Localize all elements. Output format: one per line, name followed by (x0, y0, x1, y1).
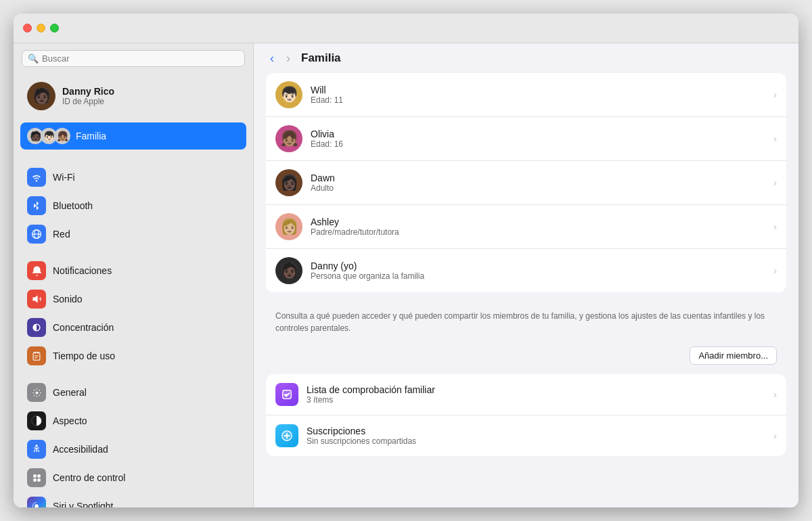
description-text: Consulta a qué pueden acceder y qué pued… (275, 311, 765, 333)
bottom-cards: Lista de comprobación familiar 3 ítems ›… (266, 374, 786, 456)
sidebar: 🔍 🧑🏿 Danny Rico ID de Apple (14, 43, 254, 507)
notif-icon (27, 261, 46, 280)
svg-rect-14 (37, 478, 41, 482)
divider-2 (20, 248, 246, 256)
svg-rect-13 (33, 478, 37, 482)
red-label: Red (53, 229, 70, 240)
sidebar-item-general[interactable]: General (20, 378, 246, 407)
divider-3 (20, 370, 246, 378)
acces-icon (27, 440, 46, 459)
member-info-will: Will Edad: 11 (311, 85, 765, 105)
subs-info: Suscripciones Sin suscripciones comparti… (307, 426, 765, 446)
member-info-ashley: Ashley Padre/madre/tutor/tutora (311, 217, 765, 237)
lista-sub: 3 ítems (307, 395, 765, 405)
conc-label: Concentración (53, 322, 114, 333)
sidebar-item-red[interactable]: Red (20, 220, 246, 248)
svg-point-15 (35, 504, 39, 507)
member-sub-ashley: Padre/madre/tutor/tutora (311, 227, 765, 237)
member-name-olivia: Olivia (311, 129, 765, 139)
tiempo-icon (27, 346, 46, 365)
sidebar-item-wifi[interactable]: Wi-Fi (20, 163, 246, 191)
aspecto-icon (27, 411, 46, 430)
chevron-ashley: › (773, 221, 777, 232)
sidebar-item-accesibilidad[interactable]: Accesibilidad (20, 435, 246, 463)
member-row-dawn[interactable]: 👩🏿 Dawn Adulto › (266, 161, 786, 205)
maximize-button[interactable] (50, 24, 59, 32)
sidebar-item-aspecto[interactable]: Aspecto (20, 407, 246, 435)
subs-icon (275, 424, 298, 447)
tiempo-label: Tiempo de uso (53, 350, 115, 361)
lista-info: Lista de comprobación familiar 3 ítems (307, 384, 765, 405)
sidebar-item-concentracion[interactable]: Concentración (20, 313, 246, 342)
apple-id-item[interactable]: 🧑🏿 Danny Rico ID de Apple (20, 76, 246, 116)
main-window: 🔍 🧑🏿 Danny Rico ID de Apple (14, 14, 798, 507)
traffic-lights (23, 24, 59, 32)
centro-label: Centro de control (53, 472, 125, 483)
chevron-danny: › (773, 265, 777, 276)
member-row-ashley[interactable]: 👩🏼 Ashley Padre/madre/tutor/tutora › (266, 205, 786, 249)
member-name-will: Will (311, 85, 765, 95)
suscripciones-row[interactable]: Suscripciones Sin suscripciones comparti… (266, 415, 786, 456)
content-scroll: 👦🏻 Will Edad: 11 › 👧🏽 Olivia Edad: 16 (254, 73, 798, 507)
members-card: 👦🏻 Will Edad: 11 › 👧🏽 Olivia Edad: 16 (266, 73, 786, 292)
close-button[interactable] (23, 24, 32, 32)
bluetooth-icon (27, 196, 46, 215)
add-member-button[interactable]: Añadir miembro... (690, 346, 777, 365)
search-input[interactable] (42, 53, 239, 64)
member-name-ashley: Ashley (311, 217, 765, 227)
apple-id-subtitle: ID de Apple (62, 97, 114, 106)
member-row-olivia[interactable]: 👧🏽 Olivia Edad: 16 › (266, 117, 786, 161)
svg-rect-3 (33, 353, 40, 360)
svg-rect-12 (37, 474, 41, 478)
member-info-olivia: Olivia Edad: 16 (311, 129, 765, 149)
sidebar-item-sonido[interactable]: Sonido (20, 285, 246, 313)
chevron-dawn: › (773, 177, 777, 188)
member-info-dawn: Dawn Adulto (311, 173, 765, 193)
member-name-dawn: Dawn (311, 173, 765, 183)
lista-title: Lista de comprobación familiar (307, 384, 765, 395)
siri-label: Siri y Spotlight (53, 501, 113, 507)
back-button[interactable]: ‹ (266, 50, 278, 67)
content-area: ‹ › Familia 👦🏻 Will Edad: 11 › (254, 43, 798, 507)
sonido-label: Sonido (53, 294, 83, 304)
lista-icon (275, 383, 298, 406)
chevron-lista: › (773, 389, 777, 400)
forward-button[interactable]: › (282, 50, 294, 67)
acces-label: Accesibilidad (53, 444, 108, 455)
member-info-danny: Danny (yo) Persona que organiza la famil… (311, 260, 765, 281)
lista-row[interactable]: Lista de comprobación familiar 3 ítems › (266, 374, 786, 415)
avatar: 🧑🏿 (27, 82, 55, 110)
sound-icon (27, 290, 46, 309)
bluetooth-label: Bluetooth (53, 200, 93, 211)
main-layout: 🔍 🧑🏿 Danny Rico ID de Apple (14, 43, 798, 507)
subs-title: Suscripciones (307, 426, 765, 436)
sidebar-item-bluetooth[interactable]: Bluetooth (20, 191, 246, 220)
member-row-will[interactable]: 👦🏻 Will Edad: 11 › (266, 73, 786, 117)
general-label: General (53, 387, 87, 398)
aspecto-label: Aspecto (53, 415, 87, 426)
svg-point-8 (35, 391, 38, 394)
apple-id-section: 🧑🏿 Danny Rico ID de Apple (14, 74, 253, 122)
wifi-label: Wi-Fi (53, 172, 75, 183)
sidebar-item-siri[interactable]: Siri y Spotlight (20, 492, 246, 507)
familia-avatars: 🧑🏿 👦🏻 👧🏽 (27, 128, 70, 144)
chevron-will: › (773, 89, 777, 100)
minimize-button[interactable] (37, 24, 45, 32)
sidebar-item-centro[interactable]: Centro de control (20, 463, 246, 492)
avatar-danny: 🧑🏿 (275, 257, 302, 284)
member-name-danny: Danny (yo) (311, 260, 765, 271)
member-row-danny[interactable]: 🧑🏿 Danny (yo) Persona que organiza la fa… (266, 249, 786, 292)
sidebar-item-tiempo[interactable]: Tiempo de uso (20, 342, 246, 370)
avatar-olivia: 👧🏽 (275, 125, 302, 152)
search-box[interactable]: 🔍 (22, 50, 245, 67)
sidebar-item-familia[interactable]: 🧑🏿 👦🏻 👧🏽 Familia (20, 122, 246, 150)
familia-label: Familia (76, 131, 106, 141)
chevron-olivia: › (773, 133, 777, 144)
conc-icon (27, 318, 46, 337)
description-area: Consulta a qué pueden acceder y qué pued… (266, 303, 786, 374)
titlebar (14, 14, 798, 43)
member-sub-dawn: Adulto (311, 183, 765, 193)
sidebar-item-notificaciones[interactable]: Notificaciones (20, 256, 246, 285)
search-icon: 🔍 (28, 53, 39, 64)
centro-icon (27, 468, 46, 487)
